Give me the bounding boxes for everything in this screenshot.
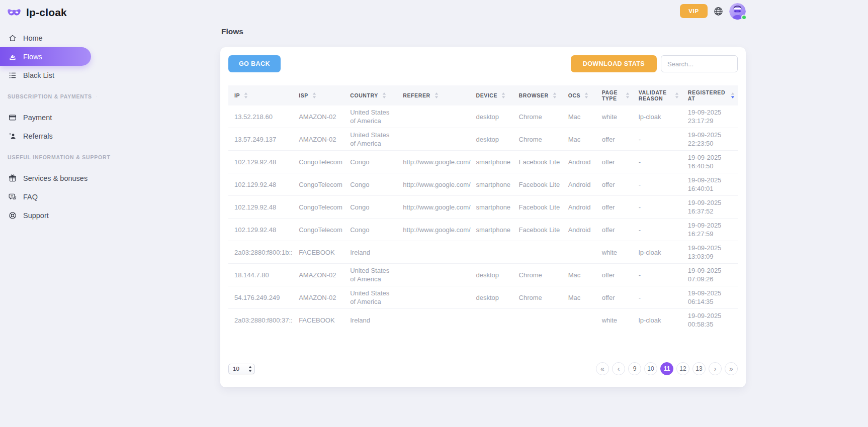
page-button-10[interactable]: 10	[644, 362, 657, 375]
column-label: IP	[234, 92, 240, 98]
sidebar-item-services-bonuses[interactable]: Services & bonuses	[0, 169, 91, 187]
column-header-ip[interactable]: IP	[228, 85, 293, 105]
cell-ip: 102.129.92.48	[228, 219, 293, 241]
cell-device: smartphone	[470, 219, 512, 241]
cell-country: Congo	[344, 219, 397, 241]
table-row: 18.144.7.80AMAZON-02United States of Ame…	[228, 264, 738, 286]
sidebar-item-label: Referrals	[23, 132, 53, 140]
app-logo[interactable]: lp-cloak	[0, 0, 91, 19]
faq-icon: ?!	[8, 192, 17, 201]
go-back-button[interactable]: GO BACK	[228, 55, 281, 72]
sidebar-item-label: Black List	[23, 71, 54, 79]
cell-ip: 18.144.7.80	[228, 264, 293, 286]
table-head: IPISPCOUNTRYREFERERDEVICEBROWSEROCSPAGE …	[228, 85, 738, 105]
column-header-validate_reason[interactable]: VALIDATE REASON	[633, 85, 682, 105]
last-page-button[interactable]: »	[725, 362, 738, 375]
cell-browser: Facebook Lite	[513, 173, 562, 196]
globe-icon[interactable]	[713, 6, 724, 17]
cell-registered_at: 19-09-2025 22:23:50	[682, 128, 738, 151]
cell-validate_reason: lp-cloak	[633, 241, 682, 264]
cell-registered_at: 19-09-2025 23:17:29	[682, 105, 738, 128]
cell-ip: 102.129.92.48	[228, 196, 293, 219]
cell-page_type: white	[596, 105, 633, 128]
sidebar-item-support[interactable]: Support	[0, 206, 91, 225]
cell-device: smartphone	[470, 151, 512, 173]
page-title: Flows	[221, 27, 746, 36]
table-row: 102.129.92.48CongoTelecomCongohttp://www…	[228, 196, 738, 219]
prev-page-button[interactable]: ‹	[612, 362, 625, 375]
cell-validate_reason: -	[633, 196, 682, 219]
next-page-button[interactable]: ›	[709, 362, 722, 375]
search-input[interactable]	[661, 55, 738, 72]
cell-validate_reason: -	[633, 151, 682, 173]
topbar: VIP	[220, 0, 746, 22]
table-row: 2a03:2880:f800:1b::FACEBOOKIrelandwhitel…	[228, 241, 738, 264]
cell-page_type: white	[596, 309, 633, 332]
sort-icon	[584, 92, 588, 98]
cell-country: Congo	[344, 196, 397, 219]
cell-registered_at: 19-09-2025 00:58:35	[682, 309, 738, 332]
column-label: COUNTRY	[350, 92, 378, 98]
main-content: Flows GO BACK DOWNLOAD STATS IPISPCOUNTR…	[220, 22, 746, 387]
flows-table: IPISPCOUNTRYREFERERDEVICEBROWSEROCSPAGE …	[228, 85, 738, 331]
sidebar-item-referrals[interactable]: Referrals	[0, 127, 91, 145]
online-status-dot	[741, 15, 747, 20]
cell-isp: CongoTelecom	[293, 151, 344, 173]
cell-isp: CongoTelecom	[293, 196, 344, 219]
sidebar-item-home[interactable]: Home	[0, 29, 91, 47]
column-header-ocs[interactable]: OCS	[562, 85, 596, 105]
sidebar-item-flows[interactable]: Flows	[0, 47, 91, 66]
cell-country: Congo	[344, 173, 397, 196]
cell-page_type: white	[596, 241, 633, 264]
page-button-9[interactable]: 9	[628, 362, 641, 375]
cell-referer	[397, 309, 470, 332]
table-row: 2a03:2880:f800:37::FACEBOOKIrelandwhitel…	[228, 309, 738, 332]
cell-browser: Facebook Lite	[513, 151, 562, 173]
column-header-country[interactable]: COUNTRY	[344, 85, 397, 105]
cell-device	[470, 309, 512, 332]
sidebar-item-faq[interactable]: ?! FAQ	[0, 187, 91, 206]
column-header-browser[interactable]: BROWSER	[513, 85, 562, 105]
cell-validate_reason: -	[633, 219, 682, 241]
flows-icon	[8, 52, 17, 61]
sidebar: lp-cloak Home Flows Black List Subscript…	[0, 0, 91, 427]
download-stats-button[interactable]: DOWNLOAD STATS	[571, 55, 657, 72]
cell-ocs: Mac	[562, 286, 596, 309]
cell-referer: http://www.google.com/	[397, 151, 470, 173]
column-header-isp[interactable]: ISP	[293, 85, 344, 105]
cell-ocs: Android	[562, 219, 596, 241]
sort-icon	[244, 92, 248, 98]
first-page-button[interactable]: «	[596, 362, 609, 375]
sort-icon	[382, 92, 386, 98]
column-header-registered_at[interactable]: REGISTERED AT	[682, 85, 738, 105]
sidebar-item-black-list[interactable]: Black List	[0, 66, 91, 84]
cell-browser	[513, 241, 562, 264]
cell-browser: Chrome	[513, 286, 562, 309]
table-body: 13.52.218.60AMAZON-02United States of Am…	[228, 105, 738, 331]
column-header-referer[interactable]: REFERER	[397, 85, 470, 105]
page-size-select[interactable]: 10	[228, 364, 255, 374]
cell-country: United States of America	[344, 286, 397, 309]
cell-device: smartphone	[470, 196, 512, 219]
cell-referer	[397, 286, 470, 309]
avatar[interactable]	[729, 3, 746, 20]
cell-ocs: Android	[562, 196, 596, 219]
column-header-device[interactable]: DEVICE	[470, 85, 512, 105]
cell-registered_at: 19-09-2025 16:37:52	[682, 196, 738, 219]
page-button-13[interactable]: 13	[692, 362, 706, 375]
cell-country: Ireland	[344, 309, 397, 332]
cell-isp: AMAZON-02	[293, 264, 344, 286]
cell-country: Ireland	[344, 241, 397, 264]
cell-validate_reason: -	[633, 286, 682, 309]
cell-registered_at: 19-09-2025 16:27:59	[682, 219, 738, 241]
cell-page_type: offer	[596, 286, 633, 309]
page-button-12[interactable]: 12	[676, 362, 689, 375]
column-header-page_type[interactable]: PAGE TYPE	[596, 85, 633, 105]
sidebar-item-payment[interactable]: Payment	[0, 108, 91, 127]
sort-icon	[731, 92, 735, 98]
page-button-11[interactable]: 11	[660, 362, 673, 375]
sort-icon	[675, 92, 679, 98]
vip-button[interactable]: VIP	[680, 4, 708, 18]
cell-ocs	[562, 309, 596, 332]
table-row: 102.129.92.48CongoTelecomCongohttp://www…	[228, 219, 738, 241]
